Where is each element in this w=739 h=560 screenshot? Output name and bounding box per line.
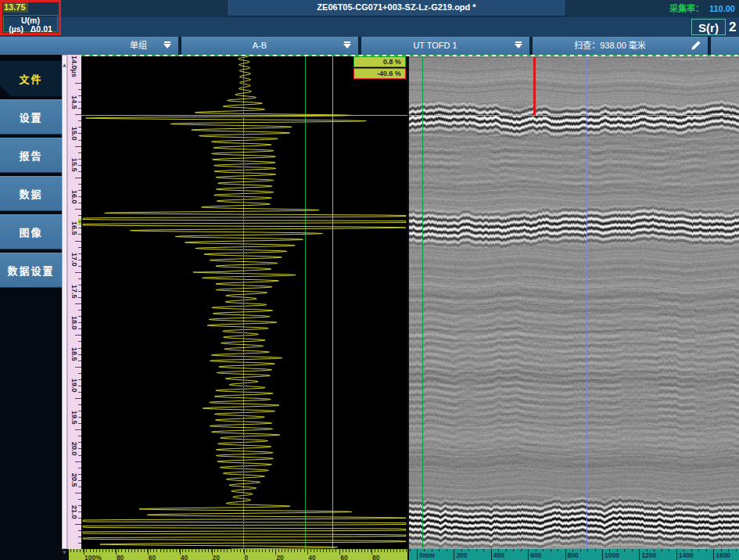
app-root: ZE06T05-CG071+003-SZ-Lz-G219.opd * 采集率： … [0,0,739,560]
vertical-scrollbar[interactable] [62,55,67,549]
time-tick-label: 14.5 [70,95,78,109]
dist-tick [506,549,507,551]
view-dropdown-label: A-B [181,37,338,55]
group-dropdown[interactable]: 单组 [0,37,180,55]
amp-tick [320,549,321,552]
sidebar-item-6[interactable]: 数据设置 [0,253,62,288]
amp-tick [259,549,260,552]
scroll-down-icon[interactable] [63,544,66,547]
amp-tick [396,549,397,552]
sidebar-item-5[interactable]: 图像 [0,214,62,249]
amp-tick [278,549,279,552]
dist-major-tick [454,549,454,560]
dropdown-arrow-icon [343,41,351,50]
amp-tick-label: 0 [245,554,249,560]
sidebar-item-4[interactable]: 数据 [0,176,62,211]
dist-tick [447,549,447,551]
bscan-reference-cursor[interactable] [422,55,423,549]
amp-tick [217,549,218,552]
amp-tick [332,549,333,552]
amp-tick [346,549,346,552]
amplitude-ruler: 100%80604020020406080 [69,549,407,560]
dist-tick-label: 600 [530,551,541,559]
scroll-up-icon[interactable] [63,56,66,60]
ascan-panel[interactable]: 0.8 %-40.6 % [81,55,407,549]
dist-tick-label: 800 [568,551,579,559]
time-tick-label: 16.5 [70,221,78,235]
amp-tick [326,549,327,552]
amp-tick-label: 20 [276,554,283,560]
time-tick-label: 16.0 [70,190,78,204]
sidebar-item-2[interactable]: 设置 [0,99,62,135]
amp-tick [375,549,375,552]
edit-icon[interactable] [691,40,701,51]
amp-tick [285,549,285,552]
dist-tick [468,549,469,551]
amp-tick [90,549,91,552]
amp-tick [314,549,314,552]
dist-tick-label: 1200 [641,551,656,559]
dist-tick [595,549,596,551]
amp-tick [288,549,289,552]
dist-major-tick [491,549,492,560]
dist-major-tick [602,549,603,560]
amp-tick [335,549,336,552]
dist-tick [662,549,662,551]
bscan-panel[interactable] [409,55,739,549]
sidebar: 文件设置报告数据图像数据设置 [0,55,62,560]
dist-tick [698,549,699,551]
channel-dropdown[interactable]: UT TOFD 1 [361,37,531,55]
dist-tick [513,549,514,551]
time-tick-label: 19.5 [70,411,78,425]
amp-tick [240,549,241,552]
bscan-scan-cursor[interactable] [533,57,536,115]
dist-tick [580,549,581,551]
amp-tick [390,549,391,552]
amp-tick [246,549,247,552]
amplitude-badge: -40.6 % [353,68,406,79]
amp-tick [237,549,238,552]
amp-tick [170,549,170,552]
amp-tick [253,549,253,552]
amp-tick [138,549,138,552]
amp-tick [96,549,97,552]
amp-tick-label: 80 [372,554,379,560]
amp-tick-label: 100% [84,554,102,560]
panel-top-border [81,55,739,56]
amp-tick [282,549,282,552]
scan-position-text: 扫查：938.00 毫米 [533,37,687,55]
amp-tick [188,549,189,552]
amp-tick [310,549,311,552]
amp-tick [135,549,135,552]
amp-tick [205,549,206,552]
dist-major-tick [713,549,714,560]
amp-tick [86,549,87,552]
amp-tick [269,549,270,552]
bscan-gate-line[interactable] [409,115,739,116]
amp-tick [224,549,224,552]
time-tick-label: 17.5 [70,285,78,299]
dist-tick [624,549,625,551]
amp-tick [297,549,298,552]
amp-tick [121,549,122,552]
dist-tick [521,549,522,551]
amp-tick [202,549,203,552]
sidebar-item-1[interactable]: 文件 [0,61,62,96]
scan-position-display[interactable]: 扫查：938.00 毫米 [533,37,709,55]
dist-tick [736,549,737,551]
dist-tick [483,549,484,551]
dropdown-arrow-icon [163,41,171,50]
bscan-secondary-cursor[interactable] [587,55,587,549]
amp-tick [349,549,350,552]
bscan-top-line [409,57,739,58]
sidebar-item-3[interactable]: 报告 [0,138,62,173]
time-tick [75,493,81,494]
amp-tick [329,549,330,552]
amp-tick [400,549,400,552]
view-dropdown[interactable]: A-B [181,37,360,55]
dist-major-tick [639,549,640,560]
amp-tick [99,549,100,552]
amp-tick [294,549,295,552]
amp-tick-label: 40 [308,554,315,560]
amp-tick [77,549,77,552]
